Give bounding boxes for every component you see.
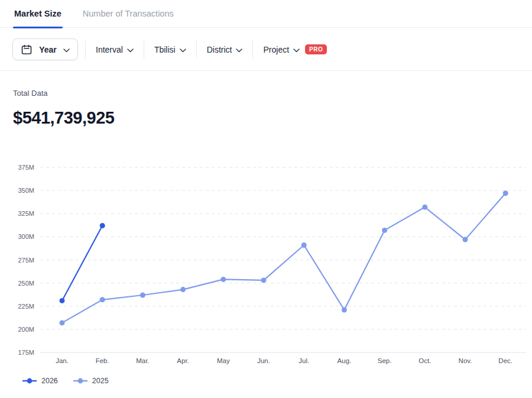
y-axis-tick-label: 200M [18, 326, 34, 333]
data-point-2025-May [220, 277, 226, 282]
chevron-down-icon [293, 45, 300, 54]
x-axis-tick-label: Apr. [177, 357, 189, 364]
interval-dropdown[interactable]: Interval [86, 45, 144, 54]
pro-badge: PRO [305, 44, 327, 54]
district-dropdown-label: District [207, 45, 232, 54]
city-dropdown-label: Tbilisi [154, 45, 176, 54]
data-point-2025-Oct. [422, 205, 427, 210]
year-dropdown-label: Year [39, 45, 57, 54]
chevron-down-icon [127, 45, 134, 54]
legend-marker-icon [22, 378, 37, 384]
y-axis-tick-label: 300M [18, 233, 34, 240]
chevron-down-icon [63, 45, 70, 54]
legend-marker-icon [73, 378, 87, 384]
data-point-2025-Dec. [503, 190, 508, 196]
data-point-2026-Jan. [60, 298, 65, 303]
x-axis-tick-label: Aug. [338, 357, 352, 364]
tab-number-of-transactions[interactable]: Number of Transactions [82, 0, 175, 28]
x-axis-tick-label: Oct. [419, 357, 431, 364]
market-size-chart: 175M200M225M250M275M300M325M350M375MJan.… [0, 151, 532, 381]
year-dropdown-button[interactable]: Year [12, 38, 78, 60]
x-axis-tick-label: Dec. [498, 357, 512, 364]
summary-section: Total Data $541,739,925 [13, 89, 114, 128]
data-point-2025-Apr. [180, 287, 186, 292]
x-axis-tick-label: Sep. [378, 357, 392, 364]
total-data-value: $541,739,925 [13, 108, 114, 128]
y-axis-tick-label: 175M [18, 349, 34, 356]
city-dropdown[interactable]: Tbilisi [144, 45, 196, 54]
line-chart-canvas: 175M200M225M250M275M300M325M350M375MJan.… [0, 151, 532, 381]
tab-market-size[interactable]: Market Size [13, 0, 63, 28]
tab-market-size-label: Market Size [14, 9, 61, 18]
y-axis-tick-label: 225M [18, 303, 34, 310]
series-line-2025 [62, 193, 505, 323]
data-point-2025-Feb. [100, 297, 105, 302]
legend-label: 2026 [41, 377, 58, 385]
district-dropdown[interactable]: District [197, 45, 253, 54]
x-axis-tick-label: Jun. [257, 357, 270, 364]
y-axis-tick-label: 275M [18, 257, 34, 264]
interval-dropdown-label: Interval [96, 45, 123, 54]
data-point-2026-Feb. [100, 223, 105, 228]
data-point-2025-Aug. [342, 308, 347, 313]
project-dropdown-label: Project [263, 45, 289, 54]
data-point-2025-Jul. [301, 242, 307, 248]
data-point-2025-Jan. [60, 320, 65, 325]
data-point-2025-Mar. [140, 293, 145, 298]
project-dropdown[interactable]: Project PRO [253, 44, 337, 54]
filter-bar: Year Interval Tbilisi District [0, 28, 532, 71]
x-axis-tick-label: Mar. [136, 357, 149, 364]
x-axis-tick-label: Nov. [459, 357, 472, 364]
y-axis-tick-label: 250M [18, 280, 34, 287]
total-data-label: Total Data [13, 89, 114, 98]
data-point-2025-Sep. [382, 228, 387, 233]
x-axis-tick-label: Jan. [56, 357, 69, 364]
data-point-2025-Jun. [261, 277, 267, 283]
tab-number-of-transactions-label: Number of Transactions [83, 9, 174, 18]
y-axis-tick-label: 350M [18, 187, 34, 194]
chevron-down-icon [180, 45, 186, 54]
app-root: Market Size Number of Transactions Year [0, 0, 532, 398]
tab-bar: Market Size Number of Transactions [0, 0, 532, 28]
chevron-down-icon [236, 45, 242, 54]
x-axis-tick-label: Jul. [299, 357, 309, 364]
y-axis-tick-label: 375M [18, 164, 34, 171]
chart-legend: 20262025 [22, 377, 109, 385]
legend-label: 2025 [92, 377, 109, 385]
y-axis-tick-label: 325M [18, 210, 34, 217]
x-axis-tick-label: Feb. [96, 357, 109, 364]
data-point-2025-Nov. [463, 237, 468, 242]
legend-item-2026[interactable]: 2026 [22, 377, 58, 385]
calendar-icon [21, 44, 33, 56]
legend-item-2025[interactable]: 2025 [73, 377, 109, 385]
x-axis-tick-label: May [217, 357, 230, 364]
